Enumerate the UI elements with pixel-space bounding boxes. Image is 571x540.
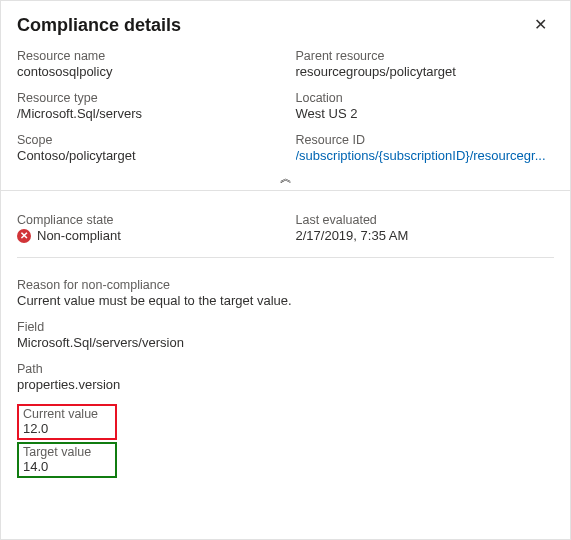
current-value-value: 12.0	[23, 421, 111, 436]
reason-block: Reason for non-compliance Current value …	[17, 278, 554, 308]
scope-label: Scope	[17, 133, 276, 147]
parent-resource-label: Parent resource	[296, 49, 555, 63]
field-block: Field Microsoft.Sql/servers/version	[17, 320, 554, 350]
compliance-state: Compliance state ✕ Non-compliant	[17, 213, 276, 243]
prop-location: Location West US 2	[296, 91, 555, 121]
panel-header: Compliance details ✕	[1, 1, 570, 45]
properties-grid: Resource name contososqlpolicy Parent re…	[1, 45, 570, 165]
collapse-row: ︽	[1, 165, 570, 191]
current-value-box: Current value 12.0	[17, 404, 117, 440]
parent-resource-value: resourcegroups/policytarget	[296, 64, 555, 79]
prop-resource-name: Resource name contososqlpolicy	[17, 49, 276, 79]
compliance-details-panel: Compliance details ✕ Resource name conto…	[0, 0, 571, 540]
status-row: Compliance state ✕ Non-compliant Last ev…	[1, 191, 570, 257]
target-value-value: 14.0	[23, 459, 111, 474]
prop-parent-resource: Parent resource resourcegroups/policytar…	[296, 49, 555, 79]
close-button[interactable]: ✕	[526, 11, 554, 39]
noncompliance-details: Reason for non-compliance Current value …	[1, 258, 570, 478]
resource-name-value: contososqlpolicy	[17, 64, 276, 79]
reason-value: Current value must be equal to the targe…	[17, 293, 554, 308]
reason-label: Reason for non-compliance	[17, 278, 554, 292]
prop-scope: Scope Contoso/policytarget	[17, 133, 276, 163]
current-value-block: Current value 12.0	[17, 404, 554, 440]
last-evaluated-value: 2/17/2019, 7:35 AM	[296, 228, 555, 243]
location-label: Location	[296, 91, 555, 105]
collapse-toggle[interactable]: ︽	[274, 169, 298, 188]
target-value-block: Target value 14.0	[17, 442, 554, 478]
resource-name-label: Resource name	[17, 49, 276, 63]
scope-value: Contoso/policytarget	[17, 148, 276, 163]
compliance-state-label: Compliance state	[17, 213, 276, 227]
last-evaluated-label: Last evaluated	[296, 213, 555, 227]
resource-type-value: /Microsoft.Sql/servers	[17, 106, 276, 121]
prop-resource-type: Resource type /Microsoft.Sql/servers	[17, 91, 276, 121]
target-value-label: Target value	[23, 445, 111, 459]
compliance-state-value: Non-compliant	[37, 228, 121, 243]
path-label: Path	[17, 362, 554, 376]
current-value-label: Current value	[23, 407, 111, 421]
resource-id-label: Resource ID	[296, 133, 555, 147]
field-label: Field	[17, 320, 554, 334]
chevron-up-icon: ︽	[280, 171, 292, 185]
path-value: properties.version	[17, 377, 554, 392]
prop-resource-id: Resource ID /subscriptions/{subscription…	[296, 133, 555, 163]
compliance-state-value-row: ✕ Non-compliant	[17, 228, 276, 243]
close-icon: ✕	[534, 16, 547, 33]
target-value-box: Target value 14.0	[17, 442, 117, 478]
location-value: West US 2	[296, 106, 555, 121]
resource-id-link[interactable]: /subscriptions/{subscriptionID}/resource…	[296, 148, 555, 163]
error-icon: ✕	[17, 229, 31, 243]
panel-title: Compliance details	[17, 15, 181, 36]
resource-type-label: Resource type	[17, 91, 276, 105]
path-block: Path properties.version	[17, 362, 554, 392]
last-evaluated: Last evaluated 2/17/2019, 7:35 AM	[296, 213, 555, 243]
field-value: Microsoft.Sql/servers/version	[17, 335, 554, 350]
